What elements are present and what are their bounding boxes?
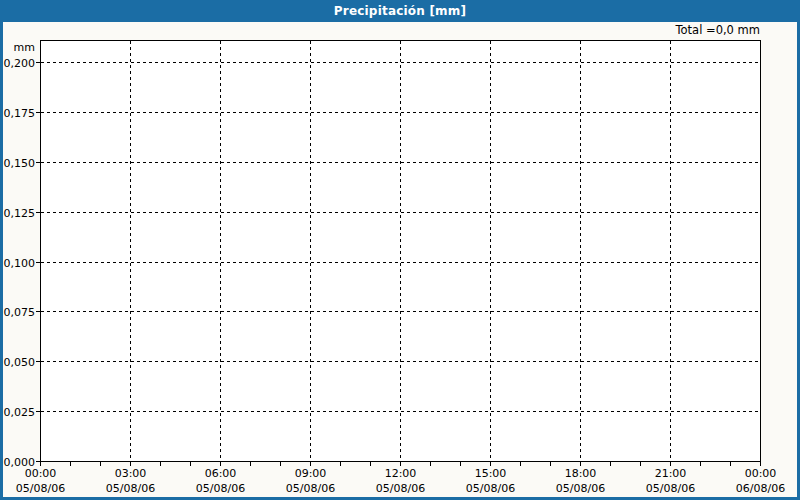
x-tick-date-label: 06/08/06 (736, 482, 785, 495)
y-tick-label: 0,025 (4, 406, 36, 419)
y-tick-label: 0,175 (4, 107, 36, 120)
x-tick-date-label: 05/08/06 (106, 482, 155, 495)
x-tick-date-label: 05/08/06 (196, 482, 245, 495)
y-tick-label: 0,100 (4, 257, 36, 270)
x-tick-time-label: 00:00 (25, 467, 57, 480)
x-tick-time-label: 15:00 (475, 467, 507, 480)
x-tick-time-label: 03:00 (115, 467, 147, 480)
y-tick-label: 0,200 (4, 57, 36, 70)
plot-area: Total =0,0 mm mm 0,0000,0250,0500,0750,1… (0, 0, 800, 500)
y-tick-label: 0,125 (4, 207, 36, 220)
total-label: Total =0,0 mm (675, 23, 761, 37)
x-tick-time-label: 06:00 (205, 467, 237, 480)
y-tick-label: 0,150 (4, 157, 36, 170)
x-tick-time-label: 18:00 (565, 467, 597, 480)
y-axis-unit-label: mm (14, 41, 35, 54)
chart-window: Precipitación [mm] Total =0,0 mm mm 0,00… (0, 0, 800, 500)
x-tick-date-label: 05/08/06 (376, 482, 425, 495)
x-tick-time-label: 12:00 (385, 467, 417, 480)
x-tick-date-label: 05/08/06 (286, 482, 335, 495)
x-tick-date-label: 05/08/06 (466, 482, 515, 495)
x-tick-date-label: 05/08/06 (16, 482, 65, 495)
x-tick-time-label: 21:00 (655, 467, 687, 480)
x-tick-date-label: 05/08/06 (646, 482, 695, 495)
y-tick-label: 0,075 (4, 306, 36, 319)
x-tick-time-label: 09:00 (295, 467, 327, 480)
y-tick-label: 0,050 (4, 356, 36, 369)
x-tick-date-label: 05/08/06 (556, 482, 605, 495)
x-tick-time-label: 00:00 (745, 467, 777, 480)
